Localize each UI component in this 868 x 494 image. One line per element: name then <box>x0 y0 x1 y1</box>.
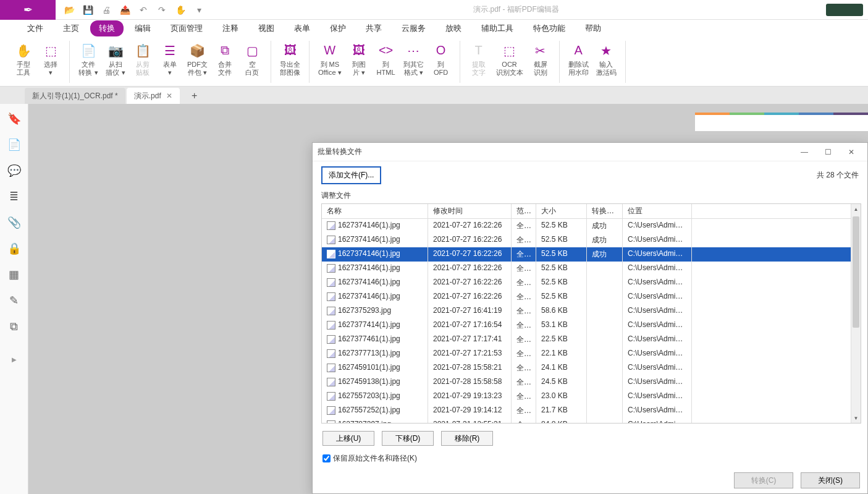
close-button[interactable]: ✕ <box>840 144 862 160</box>
security-icon[interactable]: 🔒 <box>6 240 23 257</box>
scroll-up-icon[interactable]: ▲ <box>851 204 861 214</box>
scrollbar-thumb[interactable] <box>853 216 859 328</box>
dialog-titlebar[interactable]: 批量转换文件 — ☐ ✕ <box>313 143 867 161</box>
add-file-button[interactable]: 添加文件(F)... <box>321 166 381 184</box>
ribbon-OCR识别文本[interactable]: ⬚OCR 识别文本 <box>492 41 527 78</box>
ribbon-到其它格式▾[interactable]: ⋯到其它 格式 ▾ <box>400 41 428 78</box>
cell-col-name: 1627557252(1).jpg <box>322 404 428 418</box>
ribbon-到HTML[interactable]: <>到 HTML <box>373 41 400 78</box>
menu-转换[interactable]: 转换 <box>90 20 124 36</box>
table-row[interactable]: 1627557203(1).jpg2021-07-29 19:13:23全部23… <box>322 390 851 404</box>
qa-redo-icon[interactable]: ↷ <box>154 2 169 17</box>
table-row[interactable]: 1627557252(1).jpg2021-07-29 19:14:12全部21… <box>322 404 851 418</box>
convert-button[interactable]: 转换(C) <box>734 472 793 488</box>
compare-icon[interactable]: ⧉ <box>6 318 23 335</box>
table-row[interactable]: 1627374146(1).jpg2021-07-27 16:22:26全部52… <box>322 233 851 247</box>
table-row[interactable]: 1627459138(1).jpg2021-07-28 15:58:58全部24… <box>322 375 851 390</box>
ribbon-删除试用水印[interactable]: A删除试 用水印 <box>565 41 592 78</box>
qa-export-icon[interactable]: 📤 <box>117 2 132 17</box>
menu-辅助工具[interactable]: 辅助工具 <box>473 20 522 36</box>
remove-button[interactable]: 移除(R) <box>441 431 493 446</box>
col-size[interactable]: 大小 <box>536 204 587 218</box>
table-row[interactable]: 1627374146(1).jpg2021-07-27 16:22:26全部52… <box>322 247 851 262</box>
table-row[interactable]: 1627375293.jpg2021-07-27 16:41:19全部58.6 … <box>322 304 851 318</box>
ribbon-表单▾[interactable]: ☰表单 ▾ <box>156 41 183 78</box>
table-row[interactable]: 1627374146(1).jpg2021-07-27 16:22:26全部52… <box>322 290 851 304</box>
menu-视图[interactable]: 视图 <box>250 20 283 36</box>
table-row[interactable]: 1627377713(1).jpg2021-07-27 17:21:53全部22… <box>322 347 851 361</box>
qa-hand-icon[interactable]: ✋ <box>173 2 188 17</box>
menu-放映[interactable]: 放映 <box>437 20 470 36</box>
menu-共享[interactable]: 共享 <box>357 20 390 36</box>
menu-保护[interactable]: 保护 <box>321 20 355 36</box>
keep-path-input[interactable] <box>322 454 331 462</box>
cell-col-name: 1627459101(1).jpg <box>322 361 428 375</box>
comments-icon[interactable]: 💬 <box>6 162 23 179</box>
qa-print-icon[interactable]: 🖨 <box>99 2 114 17</box>
doc-tab[interactable]: 演示.pdf✕ <box>127 88 180 104</box>
signature-icon[interactable]: ✎ <box>6 292 23 309</box>
cell-col-status <box>587 333 623 347</box>
qa-undo-icon[interactable]: ↶ <box>136 2 151 17</box>
bookmark-icon[interactable]: 🔖 <box>6 110 23 127</box>
ribbon-从扫描仪▾[interactable]: 📷从扫 描仪 ▾ <box>102 41 129 78</box>
menu-文件[interactable]: 文件 <box>19 20 52 36</box>
menu-编辑[interactable]: 编辑 <box>126 20 159 36</box>
doc-tab[interactable]: 新人引导(1)(1)_OCR.pdf * <box>25 88 125 104</box>
table-row[interactable]: 1627459101(1).jpg2021-07-28 15:58:21全部24… <box>322 361 851 375</box>
menu-云服务[interactable]: 云服务 <box>393 20 434 36</box>
table-row[interactable]: 1627374146(1).jpg2021-07-27 16:22:26全部52… <box>322 219 851 233</box>
table-row[interactable]: 1627377414(1).jpg2021-07-27 17:16:54全部53… <box>322 318 851 333</box>
col-status[interactable]: 转换状态 <box>587 204 623 218</box>
table-row[interactable]: 1627374146(1).jpg2021-07-27 16:22:26全部52… <box>322 262 851 276</box>
menu-页面管理[interactable]: 页面管理 <box>162 20 211 36</box>
ribbon-PDF文件包▾[interactable]: 📦PDF文 件包 ▾ <box>183 41 211 78</box>
ribbon-到OFD[interactable]: O到 OFD <box>428 41 455 78</box>
table-row[interactable]: 1627374146(1).jpg2021-07-27 16:22:26全部52… <box>322 276 851 290</box>
file-icon <box>327 307 335 315</box>
ribbon-空白页[interactable]: ▢空 白页 <box>238 41 266 78</box>
thumbnail-icon[interactable]: ▦ <box>6 266 23 283</box>
expand-panel-icon[interactable]: ▶ <box>12 356 17 363</box>
minimize-button[interactable]: — <box>793 144 815 160</box>
layers-icon[interactable]: ≣ <box>6 188 23 205</box>
close-dialog-button[interactable]: 关闭(S) <box>801 472 860 488</box>
ribbon-手型工具[interactable]: ✋手型 工具 <box>10 41 37 78</box>
qa-more-icon[interactable]: ▾ <box>192 2 206 17</box>
ribbon-到图片▾[interactable]: 🖼到图 片 ▾ <box>345 41 373 78</box>
stripe-seg <box>799 113 833 115</box>
menu-主页[interactable]: 主页 <box>54 20 88 36</box>
scrollbar[interactable]: ▲ ▼ <box>851 204 861 423</box>
scroll-down-icon[interactable]: ▼ <box>851 413 861 423</box>
ribbon-文件转换▾[interactable]: 📄文件 转换 ▾ <box>75 41 102 78</box>
qa-open-icon[interactable]: 📂 <box>62 2 77 17</box>
ribbon-输入激活码[interactable]: ★输入 激活码 <box>592 41 620 78</box>
pages-icon[interactable]: 📄 <box>6 136 23 153</box>
table-row[interactable]: 1627707397.jpg2021-07-31 12:55:31全部84.8 … <box>322 418 851 423</box>
keep-path-checkbox[interactable]: 保留原始文件名和路径(K) <box>313 449 867 467</box>
cell-col-loc: C:\Users\Administ... <box>623 404 692 418</box>
move-up-button[interactable]: 上移(U) <box>322 431 374 446</box>
menu-帮助[interactable]: 帮助 <box>576 20 610 36</box>
move-down-button[interactable]: 下移(D) <box>382 431 434 446</box>
col-loc[interactable]: 位置 <box>623 204 692 218</box>
col-name[interactable]: 名称 <box>322 204 428 218</box>
menu-注释[interactable]: 注释 <box>214 20 247 36</box>
ribbon-icon: A <box>570 42 587 59</box>
menu-特色功能[interactable]: 特色功能 <box>525 20 574 36</box>
attachments-icon[interactable]: 📎 <box>6 214 23 231</box>
maximize-button[interactable]: ☐ <box>817 144 839 160</box>
ribbon-选择▾[interactable]: ⬚选择 ▾ <box>37 41 64 78</box>
col-range[interactable]: 范围 <box>512 204 536 218</box>
cell-col-loc: C:\Users\Administ... <box>623 333 692 347</box>
table-row[interactable]: 1627377461(1).jpg2021-07-27 17:17:41全部22… <box>322 333 851 347</box>
new-tab-button[interactable]: + <box>186 88 203 104</box>
qa-save-icon[interactable]: 💾 <box>80 2 95 17</box>
tab-close-icon[interactable]: ✕ <box>166 92 172 100</box>
ribbon-到MSOffice▾[interactable]: W到 MS Office ▾ <box>314 41 345 78</box>
ribbon-导出全部图像[interactable]: 🖼导出全 部图像 <box>276 41 304 78</box>
ribbon-合并文件[interactable]: ⧉合并 文件 <box>211 41 238 78</box>
menu-表单[interactable]: 表单 <box>285 20 319 36</box>
ribbon-截屏识别[interactable]: ✂截屏 识别 <box>527 41 554 78</box>
col-time[interactable]: 修改时间 <box>428 204 512 218</box>
